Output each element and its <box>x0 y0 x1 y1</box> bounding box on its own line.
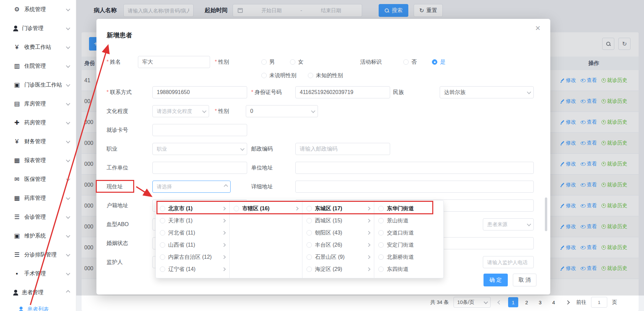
page-button-3[interactable]: 3 <box>535 297 545 307</box>
radio-icon[interactable] <box>160 206 165 211</box>
radio-icon[interactable] <box>306 254 312 260</box>
dialog-title: 新增患者 <box>107 31 132 40</box>
card-number-input[interactable] <box>152 124 247 136</box>
cascader-option[interactable]: 北京市 (1) <box>156 203 229 215</box>
sidebar-item-13[interactable]: ▣ 维护系统 <box>0 226 76 245</box>
radio-icon[interactable] <box>378 206 384 211</box>
unit-address-input[interactable] <box>295 162 534 174</box>
name-input[interactable] <box>138 56 210 68</box>
prev-page-button[interactable] <box>495 301 503 304</box>
cascader-column-4: 东华门街道 景山街道 交道口街道 安定门街道 北新桥街道 东四街道 <box>374 200 443 278</box>
radio-icon[interactable] <box>378 230 384 236</box>
radio-icon[interactable] <box>306 230 312 236</box>
next-page-button[interactable] <box>563 301 572 304</box>
cascader-option[interactable]: 景山街道 <box>374 215 443 227</box>
sidebar-item-7[interactable]: ✚ 药房管理 <box>0 113 76 132</box>
cascader-option[interactable]: 天津市 (1) <box>156 215 229 227</box>
postcode-input[interactable] <box>295 143 390 155</box>
gender2-select[interactable]: 0 <box>246 105 318 117</box>
radio-icon[interactable] <box>306 206 312 211</box>
sidebar-item-6[interactable]: ▤ 库房管理 <box>0 94 76 113</box>
page-button-1[interactable]: 1 <box>508 297 518 307</box>
ethnicity-select[interactable]: 达斡尔族 <box>440 86 534 98</box>
person-icon <box>13 290 19 295</box>
radio-female[interactable]: 女 <box>290 56 303 68</box>
radio-icon[interactable] <box>306 242 312 248</box>
sidebar-item-5[interactable]: ▣ 门诊医生工作站 <box>0 75 76 94</box>
cascader-option[interactable]: 东华门街道 <box>374 203 443 215</box>
sidebar-item-1[interactable]: ⚙ 系统管理 <box>0 0 76 19</box>
cascader-option[interactable]: 东城区 (17) <box>302 203 374 215</box>
confirm-button[interactable]: 确 定 <box>484 274 508 286</box>
cascader-option[interactable]: 市辖区 (16) <box>230 203 302 215</box>
chevron-right-icon <box>222 243 226 247</box>
cascader-option[interactable]: 西城区 (15) <box>302 215 374 227</box>
education-select[interactable]: 请选择文化程度 <box>152 105 209 117</box>
medical-cross-icon: ✚ <box>13 119 21 126</box>
cascader-option[interactable]: 北新桥街道 <box>374 251 443 263</box>
chevron-down-icon <box>66 252 70 256</box>
cancel-button[interactable]: 取 消 <box>513 274 536 286</box>
sidebar-item-patient-list[interactable]: 患者列表 <box>0 302 76 311</box>
close-icon[interactable] <box>533 23 543 33</box>
radio-icon[interactable] <box>306 267 312 272</box>
sidebar-item-10[interactable]: ✉ 医保管理 <box>0 170 76 189</box>
id-number-input[interactable] <box>295 86 390 98</box>
cascader-option[interactable]: 内蒙古自治区 (12) <box>156 251 229 263</box>
sidebar-item-2[interactable]: 门诊管理 <box>0 19 76 38</box>
cascader-option[interactable]: 丰台区 (26) <box>302 239 374 251</box>
chevron-down-icon <box>527 222 531 226</box>
radio-active-no[interactable]: 否 <box>403 56 417 68</box>
sidebar-item-11[interactable]: ▦ 药库管理 <box>0 189 76 208</box>
contact-input[interactable] <box>152 86 247 98</box>
ethnicity-label: 民族 <box>393 86 404 98</box>
radio-gender-unknown[interactable]: 未知的性别 <box>308 69 343 82</box>
radio-active-yes[interactable]: 是 <box>432 56 445 68</box>
cascader-option[interactable]: 山西省 (11) <box>156 239 229 251</box>
sidebar-item-15[interactable]: ▪ 手术管理 <box>0 264 76 283</box>
radio-icon[interactable] <box>378 267 384 272</box>
chevron-up-icon <box>224 184 228 188</box>
cascader-option[interactable]: 海淀区 (29) <box>302 263 374 275</box>
cascader-option[interactable]: 东四街道 <box>374 263 443 275</box>
cascader-option[interactable]: 石景山区 (9) <box>302 251 374 263</box>
page-button-2[interactable]: 2 <box>522 297 532 307</box>
cascader-option[interactable]: 安定门街道 <box>374 239 443 251</box>
sidebar-item-8[interactable]: ¥ 财务管理 <box>0 132 76 151</box>
cascader-option[interactable]: 河北省 (11) <box>156 227 229 239</box>
work-unit-input[interactable] <box>152 162 247 174</box>
chevron-right-icon <box>367 255 371 259</box>
cascader-option[interactable]: 交道口街道 <box>374 227 443 239</box>
chevron-down-icon <box>66 101 70 105</box>
household-address-label: 户籍地址 <box>107 199 128 212</box>
radio-icon[interactable] <box>378 254 384 260</box>
radio-gender-unstated[interactable]: 未说明性别 <box>261 69 296 82</box>
radio-icon[interactable] <box>160 254 165 260</box>
radio-icon[interactable] <box>160 218 165 223</box>
goto-page-input[interactable] <box>591 297 607 308</box>
radio-icon[interactable] <box>306 218 312 223</box>
radio-male[interactable]: 男 <box>261 56 275 68</box>
current-address-cascader[interactable]: 请选择 <box>152 181 231 193</box>
sidebar-item-14[interactable]: ☰ 分诊排队管理 <box>0 245 76 264</box>
patient-source-select[interactable]: 患者来源 <box>483 218 534 230</box>
radio-icon[interactable] <box>234 206 239 211</box>
radio-icon[interactable] <box>378 218 384 223</box>
cascader-option[interactable]: 辽宁省 (14) <box>156 263 229 275</box>
sidebar-item-16[interactable]: 患者管理 <box>0 283 76 302</box>
sidebar-item-9[interactable]: ▦ 报表管理 <box>0 151 76 170</box>
detail-address-input[interactable] <box>295 181 534 193</box>
sidebar-item-12[interactable]: ☰ 会诊管理 <box>0 208 76 226</box>
sidebar-item-3[interactable]: ¥ 收费工作站 <box>0 38 76 57</box>
radio-icon[interactable] <box>160 267 165 272</box>
radio-icon[interactable] <box>378 242 384 248</box>
radio-icon[interactable] <box>160 242 165 248</box>
page-button-4[interactable]: 4 <box>549 297 559 307</box>
cascader-option[interactable]: 朝阳区 (43) <box>302 227 374 239</box>
occupation-select[interactable]: 职业 <box>152 143 247 155</box>
guardian-phone-input[interactable] <box>483 256 534 268</box>
modal-scrollbar[interactable] <box>545 197 547 231</box>
radio-icon[interactable] <box>160 230 165 236</box>
sidebar-item-4[interactable]: ▥ 住院管理 <box>0 57 76 75</box>
page-size-select[interactable]: 10条/页 <box>453 297 491 308</box>
